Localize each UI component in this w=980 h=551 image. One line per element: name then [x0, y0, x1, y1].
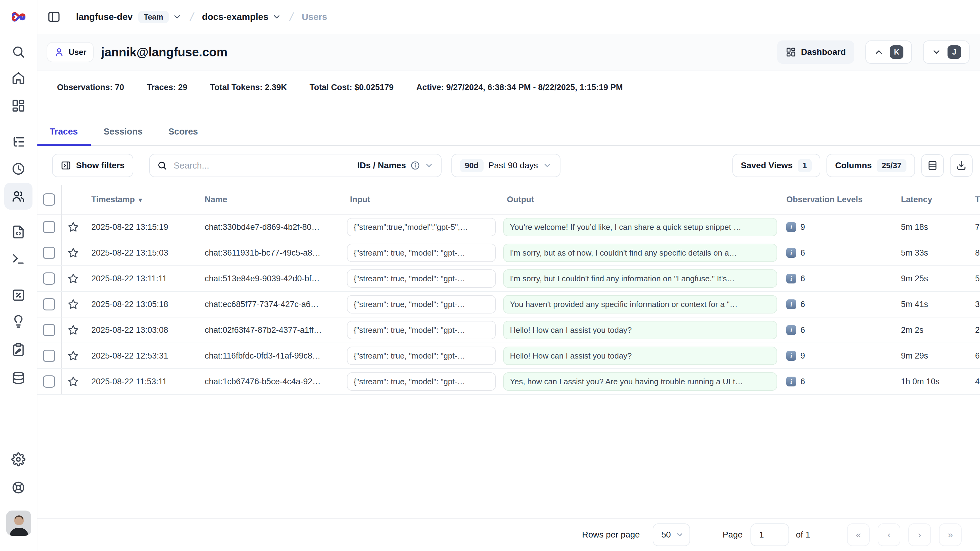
- cell-timestamp[interactable]: 2025-08-22 13:11:11: [84, 274, 196, 283]
- user-avatar[interactable]: [6, 511, 31, 536]
- col-header-input[interactable]: Input: [343, 195, 500, 204]
- row-checkbox[interactable]: [43, 272, 55, 285]
- bookmark-star-icon[interactable]: [62, 273, 84, 284]
- cell-output[interactable]: You’re welcome! If you’d like, I can sha…: [500, 218, 781, 236]
- cell-input[interactable]: {"stream": true, "model": "gpt-…: [343, 372, 500, 391]
- sidebar-search-icon[interactable]: [11, 45, 25, 59]
- cell-output[interactable]: Hello! How can I assist you today?: [500, 347, 781, 365]
- col-header-name[interactable]: Name: [196, 195, 343, 204]
- cell-timestamp[interactable]: 2025-08-22 12:53:31: [84, 351, 196, 361]
- cell-input[interactable]: {"stream":true,"model":"gpt-5",…: [343, 218, 500, 236]
- bookmark-star-icon[interactable]: [62, 247, 84, 259]
- show-filters-button[interactable]: Show filters: [52, 154, 133, 177]
- col-header-observation-levels[interactable]: Observation Levels: [781, 195, 897, 204]
- cell-output[interactable]: Hello! How can I assist you today?: [500, 321, 781, 339]
- columns-button[interactable]: Columns 25/37: [826, 154, 915, 177]
- cell-input[interactable]: {"stream": true, "model": "gpt-…: [343, 269, 500, 288]
- sidebar-prompts-icon[interactable]: [11, 225, 25, 239]
- cell-name[interactable]: chat:513e84e9-9039-42d0-bf…: [196, 274, 343, 283]
- row-checkbox[interactable]: [43, 221, 55, 233]
- sidebar-datasets-icon[interactable]: [11, 371, 25, 385]
- row-checkbox[interactable]: [43, 324, 55, 336]
- breadcrumb-org[interactable]: langfuse-dev: [76, 12, 133, 22]
- cell-input[interactable]: {"stream": true, "model": "gpt-…: [343, 244, 500, 262]
- table-row[interactable]: 2025-08-22 13:15:19 chat:330bd4e7-d869-4…: [37, 215, 980, 240]
- cell-name[interactable]: chat:1cb67476-b5ce-4c4a-92…: [196, 377, 343, 387]
- tab-scores[interactable]: Scores: [155, 127, 211, 145]
- row-checkbox[interactable]: [43, 350, 55, 362]
- cell-input[interactable]: {"stream": true, "model": "gpt-…: [343, 321, 500, 339]
- bookmark-star-icon[interactable]: [62, 376, 84, 387]
- cell-name[interactable]: chat:ec685f77-7374-427c-a6…: [196, 300, 343, 309]
- dashboard-button[interactable]: Dashboard: [777, 40, 854, 64]
- project-switcher-chevron-icon[interactable]: [272, 12, 281, 21]
- col-header-tokens-clipped[interactable]: T: [971, 195, 980, 204]
- sidebar-sessions-icon[interactable]: [11, 162, 25, 176]
- sidebar-insights-icon[interactable]: [11, 314, 25, 328]
- cell-name[interactable]: chat:116fbfdc-0fd3-41af-99c8…: [196, 351, 343, 361]
- date-range-button[interactable]: 90d Past 90 days: [452, 154, 561, 177]
- org-switcher-chevron-icon[interactable]: [172, 12, 182, 21]
- first-page-button[interactable]: «: [847, 524, 870, 546]
- cell-name[interactable]: chat:3611931b-bc77-49c5-a8…: [196, 248, 343, 258]
- select-all-checkbox[interactable]: [43, 193, 55, 205]
- row-checkbox[interactable]: [43, 376, 55, 388]
- tab-sessions[interactable]: Sessions: [91, 127, 155, 145]
- sidebar-home-icon[interactable]: [11, 71, 25, 85]
- search-scope-selector[interactable]: IDs / Names: [357, 161, 434, 170]
- row-height-button[interactable]: [921, 154, 944, 177]
- cell-timestamp[interactable]: 2025-08-22 13:03:08: [84, 325, 196, 335]
- cell-timestamp[interactable]: 2025-08-22 13:05:18: [84, 300, 196, 309]
- saved-views-button[interactable]: Saved Views 1: [732, 154, 821, 177]
- cell-name[interactable]: chat:02f63f47-87b2-4377-a1ff…: [196, 325, 343, 335]
- bookmark-star-icon[interactable]: [62, 324, 84, 336]
- cell-input[interactable]: {"stream": true, "model": "gpt-…: [343, 347, 500, 365]
- cell-timestamp[interactable]: 2025-08-22 13:15:03: [84, 248, 196, 258]
- tab-traces[interactable]: Traces: [37, 127, 91, 145]
- sidebar-dashboards-icon[interactable]: [11, 99, 25, 113]
- sidebar-annotation-icon[interactable]: [11, 342, 25, 357]
- previous-user-button[interactable]: K: [865, 40, 912, 64]
- table-row[interactable]: 2025-08-22 13:11:11 chat:513e84e9-9039-4…: [37, 266, 980, 292]
- table-row[interactable]: 2025-08-22 12:53:31 chat:116fbfdc-0fd3-4…: [37, 343, 980, 369]
- cell-name[interactable]: chat:330bd4e7-d869-4b2f-80…: [196, 223, 343, 232]
- export-button[interactable]: [950, 154, 973, 177]
- cell-timestamp[interactable]: 2025-08-22 13:15:19: [84, 223, 196, 232]
- cell-latency: 9m 25s: [897, 274, 971, 283]
- sidebar-support-icon[interactable]: [11, 481, 25, 495]
- table-row[interactable]: 2025-08-22 13:05:18 chat:ec685f77-7374-4…: [37, 292, 980, 317]
- col-header-latency[interactable]: Latency: [897, 195, 971, 204]
- search-input[interactable]: [172, 160, 357, 171]
- bookmark-star-icon[interactable]: [62, 298, 84, 310]
- chevron-down-icon: [425, 161, 434, 170]
- sidebar-users-icon[interactable]: [11, 190, 25, 204]
- cell-output[interactable]: You haven't provided any specific inform…: [500, 295, 781, 314]
- cell-timestamp[interactable]: 2025-08-22 11:53:11: [84, 377, 196, 387]
- sidebar-tracing-icon[interactable]: [11, 135, 25, 149]
- previous-page-button[interactable]: ‹: [878, 524, 900, 546]
- row-checkbox[interactable]: [43, 247, 55, 259]
- table-row[interactable]: 2025-08-22 13:15:03 chat:3611931b-bc77-4…: [37, 240, 980, 266]
- bookmark-star-icon[interactable]: [62, 221, 84, 233]
- sidebar-toggle-icon[interactable]: [47, 10, 60, 24]
- langfuse-logo-icon[interactable]: [10, 9, 27, 25]
- cell-output[interactable]: Yes, how can I assist you? Are you havin…: [500, 372, 781, 391]
- sidebar-evaluation-icon[interactable]: [11, 288, 25, 302]
- next-user-button[interactable]: J: [923, 40, 970, 64]
- rows-per-page-select[interactable]: 50: [653, 524, 690, 546]
- sidebar-settings-icon[interactable]: [11, 452, 25, 467]
- row-checkbox[interactable]: [43, 298, 55, 311]
- breadcrumb-project[interactable]: docs-examples: [202, 12, 269, 22]
- cell-input[interactable]: {"stream": true, "model": "gpt-…: [343, 295, 500, 314]
- table-row[interactable]: 2025-08-22 13:03:08 chat:02f63f47-87b2-4…: [37, 317, 980, 343]
- table-row[interactable]: 2025-08-22 11:53:11 chat:1cb67476-b5ce-4…: [37, 369, 980, 395]
- page-number-input[interactable]: [751, 524, 789, 546]
- col-header-output[interactable]: Output: [500, 195, 781, 204]
- cell-output[interactable]: I'm sorry, but as of now, I couldn't fin…: [500, 244, 781, 262]
- bookmark-star-icon[interactable]: [62, 350, 84, 361]
- next-page-button[interactable]: ›: [908, 524, 931, 546]
- col-header-timestamp[interactable]: Timestamp▼: [84, 195, 196, 204]
- cell-output[interactable]: I'm sorry, but I couldn't find any infor…: [500, 269, 781, 288]
- last-page-button[interactable]: »: [939, 524, 962, 546]
- sidebar-playground-icon[interactable]: [11, 252, 25, 266]
